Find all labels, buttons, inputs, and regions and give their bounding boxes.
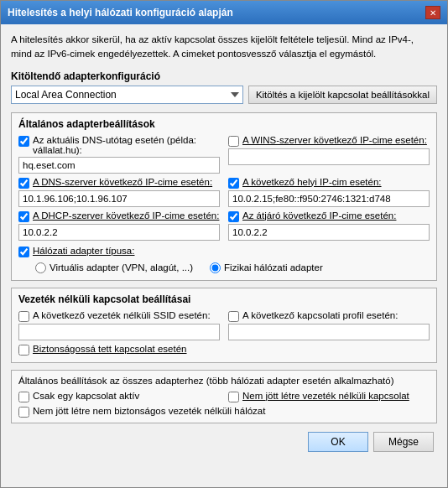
dns-suffix-input[interactable] [18,157,220,174]
dialog-content: A hitelesítés akkor sikerül, ha az aktív… [1,24,447,460]
no-insecure-label[interactable]: Nem jött létre nem biztonságos vezeték n… [18,406,430,418]
fill-button[interactable]: Kitöltés a kijelölt kapcsolat beállításo… [248,86,437,104]
radio-virtual[interactable] [35,262,46,273]
window-title: Hitelesítés a helyi hálózati konfiguráci… [8,7,233,18]
dns-suffix-checkbox-label[interactable]: Az aktuális DNS-utótag esetén (példa: vá… [18,135,220,155]
dns-suffix-field: Az aktuális DNS-utótag esetén (példa: vá… [18,135,220,174]
secured-checkbox-label[interactable]: Biztonságossá tett kapcsolat esetén [18,344,430,356]
dns-server-field: A DNS-szerver következő IP-cime esetén: [18,177,220,207]
wins-input[interactable] [228,148,430,165]
general-all-section: Általános beállítások az összes adapterh… [11,370,437,423]
profile-checkbox-label[interactable]: A következő kapcsolati profil esetén: [228,310,430,322]
general-settings-title: Általános adapterbeállítások [18,118,430,130]
local-ip-checkbox-label[interactable]: A következő helyi IP-cim esetén: [228,177,430,189]
general-all-title: Általános beállítások az összes adapterh… [18,376,430,386]
title-bar: Hitelesítés a helyi hálózati konfiguráci… [1,1,447,24]
adapter-section-label: Kitöltendő adapterkonfiguráció [11,70,437,82]
local-ip-checkbox[interactable] [228,178,239,189]
profile-input[interactable] [228,324,430,340]
radio-physical[interactable] [210,262,221,273]
adapter-type-row: Hálózati adapter típusa: Virtuális adapt… [18,246,430,273]
adapter-select[interactable]: Local Area Connection [11,86,243,104]
close-button[interactable]: ✕ [425,6,440,19]
adapter-row: Local Area Connection Kitöltés a kijelöl… [11,86,437,104]
one-active-label[interactable]: Csak egy kapcsolat aktív [18,391,220,402]
main-window: Hitelesítés a helyi hálózati konfiguráci… [0,0,448,488]
cancel-button[interactable]: Mégse [373,432,434,452]
dhcp-checkbox-label[interactable]: A DHCP-szerver következő IP-cime esetén: [18,210,220,222]
dns-server-input[interactable] [18,190,220,207]
ssid-checkbox[interactable] [18,311,29,322]
dns-server-checkbox-label[interactable]: A DNS-szerver következő IP-cime esetén: [18,177,220,189]
adapter-type-checkbox-label[interactable]: Hálózati adapter típusa: [18,246,430,257]
adapter-type-radios: Virtuális adapter (VPN, alagút, ...) Fiz… [18,262,430,273]
local-ip-input[interactable] [228,190,430,207]
dns-server-checkbox[interactable] [18,178,29,189]
no-insecure-checkbox[interactable] [18,407,29,418]
one-active-checkbox[interactable] [18,392,29,402]
gateway-checkbox[interactable] [228,211,239,222]
profile-field: A következő kapcsolati profil esetén: [228,310,430,340]
title-bar-controls: ✕ [425,6,440,19]
ok-button[interactable]: OK [308,432,368,452]
radio-physical-label[interactable]: Fizikai hálózati adapter [210,262,323,273]
wins-field: A WINS-szerver következő IP-cime esetén: [228,135,430,174]
ssid-input[interactable] [18,324,220,340]
wins-checkbox[interactable] [228,136,239,147]
dns-suffix-checkbox[interactable] [18,136,29,147]
general-all-checks: Csak egy kapcsolat aktív Nem jött létre … [18,391,430,402]
gateway-checkbox-label[interactable]: Az átjáró következő IP-cime esetén: [228,210,430,222]
secured-row: Biztonságossá tett kapcsolat esetén [18,344,430,356]
no-wireless-label[interactable]: Nem jött létre vezeték nélküli kapcsolat [228,391,430,402]
adapter-type-checkbox[interactable] [18,247,29,257]
dhcp-field: A DHCP-szerver következő IP-cime esetén: [18,210,220,241]
description-text: A hitelesítés akkor sikerül, ha az aktív… [11,33,437,62]
dhcp-checkbox[interactable] [18,211,29,222]
button-row: OK Mégse [11,432,437,452]
gateway-field: Az átjáró következő IP-cime esetén: [228,210,430,241]
wireless-settings-title: Vezeték nélküli kapcsolat beállításai [18,293,430,305]
general-settings-group: Általános adapterbeállítások Az aktuális… [11,112,437,281]
ssid-field: A következő vezeték nélküli SSID esetén: [18,310,220,340]
general-settings-grid: Az aktuális DNS-utótag esetén (példa: vá… [18,135,430,241]
no-wireless-checkbox[interactable] [228,392,239,402]
profile-checkbox[interactable] [228,311,239,322]
local-ip-field: A következő helyi IP-cim esetén: [228,177,430,207]
ssid-checkbox-label[interactable]: A következő vezeték nélküli SSID esetén: [18,310,220,322]
radio-virtual-label[interactable]: Virtuális adapter (VPN, alagút, ...) [35,262,193,273]
wireless-settings-group: Vezeték nélküli kapcsolat beállításai A … [11,288,437,363]
wireless-settings-grid: A következő vezeték nélküli SSID esetén:… [18,310,430,340]
wins-checkbox-label[interactable]: A WINS-szerver következő IP-cime esetén: [228,135,430,147]
gateway-input[interactable] [228,224,430,241]
secured-checkbox[interactable] [18,345,29,356]
dhcp-input[interactable] [18,224,220,241]
